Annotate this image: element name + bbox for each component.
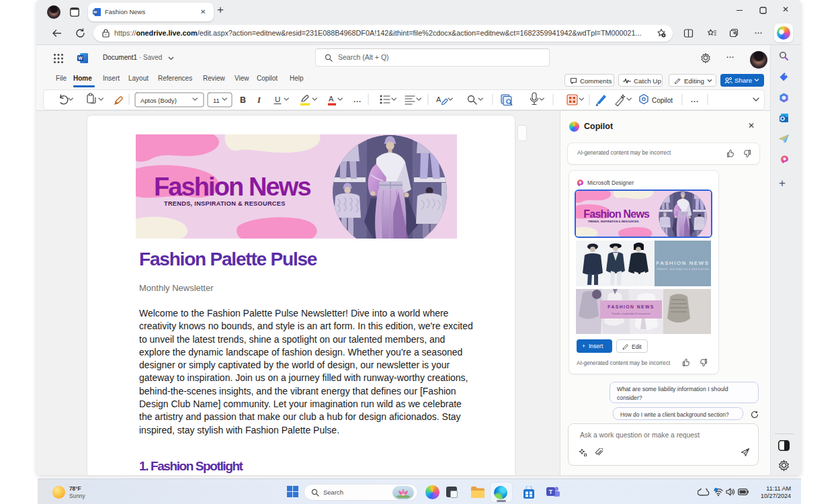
- svg-text:TRENDS, INSPIRATION & RESOURCE: TRENDS, INSPIRATION & RESOURCES: [656, 268, 709, 271]
- svg-text:...: ...: [353, 95, 362, 103]
- svg-text:W: W: [93, 10, 97, 14]
- svg-text:A: A: [436, 95, 442, 103]
- svg-text:...: ...: [691, 95, 699, 103]
- svg-text:B: B: [240, 95, 246, 105]
- svg-text:TRENDS, INSPIRATION & RESOURCE: TRENDS, INSPIRATION & RESOURCES: [588, 219, 639, 222]
- svg-text:TRENDS, INSPIRATION & RESOURCE: TRENDS, INSPIRATION & RESOURCES: [164, 200, 286, 207]
- svg-text:Copilot: Copilot: [652, 97, 673, 104]
- svg-text:11: 11: [213, 97, 220, 104]
- svg-text:W: W: [78, 56, 83, 60]
- svg-text:FASHION NEWS: FASHION NEWS: [657, 260, 710, 266]
- svg-text:FASHION NEWS: FASHION NEWS: [607, 304, 654, 309]
- svg-text:U: U: [275, 95, 280, 103]
- svg-text:A: A: [329, 95, 334, 103]
- svg-text:I: I: [257, 95, 261, 105]
- svg-text:Trends, inspiration & resource: Trends, inspiration & resources: [612, 312, 650, 315]
- svg-text:T: T: [549, 489, 553, 495]
- svg-text:Aptos (Body): Aptos (Body): [140, 97, 177, 104]
- svg-text:Fashion News: Fashion News: [154, 173, 310, 201]
- svg-text:Fashion News: Fashion News: [583, 207, 649, 219]
